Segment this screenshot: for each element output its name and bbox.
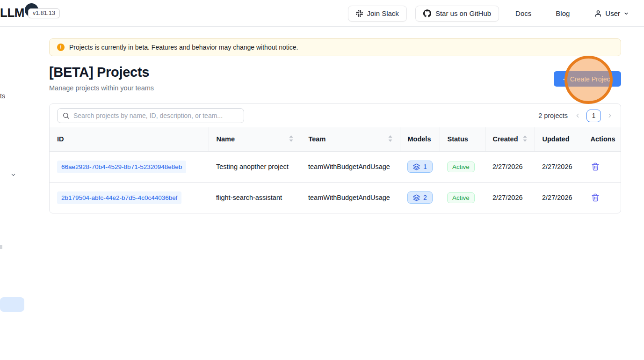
cell-created: 2/27/2026 (485, 151, 535, 182)
search-input[interactable] (57, 108, 244, 123)
version-badge: v1.81.13 (28, 8, 60, 18)
cell-team: teamWithBudgetAndUsage (301, 151, 400, 182)
user-label: User (605, 9, 620, 17)
sort-icon (523, 135, 527, 143)
create-project-label: Create Project (570, 75, 612, 83)
cell-team: teamWithBudgetAndUsage (301, 182, 400, 213)
sidebar-item-fragment[interactable]: ts (0, 92, 5, 100)
column-header-id: ID (50, 127, 209, 151)
models-badge[interactable]: 2 (407, 191, 433, 204)
cell-actions (583, 182, 621, 213)
models-badge[interactable]: 1 (407, 161, 433, 173)
cell-id: 2b179504-abfc-44e2-b7d5-4c0c44036bef (50, 182, 209, 213)
top-nav-links: Join Slack Star us on GitHub Docs Blog U… (348, 0, 630, 27)
cell-updated: 2/27/2026 (535, 151, 583, 182)
models-count: 2 (423, 194, 427, 201)
cell-name: Testing anopther project (209, 151, 301, 182)
cell-models: 1 (400, 151, 440, 182)
delete-project-button[interactable] (590, 192, 601, 203)
column-header-team[interactable]: Team (301, 127, 400, 151)
column-header-created[interactable]: Created (485, 127, 535, 151)
page-subtitle: Manage projects within your teams (49, 84, 154, 92)
project-id-link[interactable]: 2b179504-abfc-44e2-b7d5-4c0c44036bef (57, 191, 181, 204)
models-count: 1 (423, 163, 427, 170)
docs-link[interactable]: Docs (515, 9, 531, 17)
join-slack-label: Join Slack (367, 9, 399, 17)
projects-count: 2 projects (538, 112, 568, 119)
sidebar-chevron-down-icon[interactable] (10, 171, 16, 180)
beta-banner-text: Projects is currently in beta. Features … (69, 44, 298, 51)
cell-status: Active (440, 182, 485, 213)
delete-project-button[interactable] (590, 162, 601, 172)
column-header-actions: Actions (583, 127, 621, 151)
current-page[interactable]: 1 (586, 110, 601, 122)
pagination: 2 projects 1 (538, 110, 613, 122)
cell-updated: 2/27/2026 (535, 182, 583, 213)
sidebar-item-active[interactable] (0, 297, 24, 312)
sidebar-icon-fragment (0, 245, 2, 249)
slack-icon (356, 10, 363, 17)
github-icon (423, 9, 431, 17)
cell-actions (583, 151, 621, 182)
column-header-models: Models (400, 127, 440, 151)
sort-icon (388, 135, 392, 143)
search-box (57, 108, 244, 123)
projects-card: 2 projects 1 (49, 103, 621, 213)
user-icon (594, 10, 602, 17)
plus-icon: + (563, 75, 567, 83)
prev-page-button[interactable] (574, 112, 581, 119)
trash-icon (591, 193, 600, 202)
next-page-button[interactable] (607, 112, 613, 119)
project-id-link[interactable]: 66ae2928-70b4-4529-8b71-52320948e8eb (57, 161, 186, 173)
column-header-status: Status (440, 127, 485, 151)
cell-name: flight-search-assistant (209, 182, 301, 213)
table-row: 2b179504-abfc-44e2-b7d5-4c0c44036bef fli… (50, 182, 621, 213)
status-badge: Active (447, 162, 475, 172)
layers-icon (413, 163, 420, 170)
beta-banner: ! Projects is currently in beta. Feature… (49, 38, 621, 56)
chevron-down-icon (623, 11, 629, 16)
projects-table: ID Name Team Models (50, 127, 621, 213)
column-header-name[interactable]: Name (209, 127, 301, 151)
cell-models: 2 (400, 182, 440, 213)
user-menu[interactable]: User (594, 9, 629, 17)
warning-icon: ! (57, 44, 65, 51)
table-header-row: ID Name Team Models (50, 127, 621, 151)
join-slack-button[interactable]: Join Slack (348, 6, 407, 22)
sort-icon (289, 135, 293, 143)
column-header-updated: Updated (535, 127, 583, 151)
page-title: [BETA] Projects (49, 65, 149, 80)
cell-created: 2/27/2026 (485, 182, 535, 213)
layers-icon (413, 194, 420, 201)
app-logo: LLM (0, 6, 24, 20)
status-badge: Active (447, 192, 475, 203)
github-star-button[interactable]: Star us on GitHub (415, 6, 499, 22)
cell-status: Active (440, 151, 485, 182)
table-row: 66ae2928-70b4-4529-8b71-52320948e8eb Tes… (50, 151, 621, 182)
trash-icon (591, 162, 600, 171)
blog-link[interactable]: Blog (556, 9, 570, 17)
app-root: LLM v1.81.13 Join Slack Star us on GitHu… (0, 0, 644, 360)
github-star-label: Star us on GitHub (435, 9, 491, 17)
top-navbar: LLM v1.81.13 Join Slack Star us on GitHu… (0, 0, 644, 27)
create-project-button[interactable]: + Create Project (554, 71, 621, 87)
cell-id: 66ae2928-70b4-4529-8b71-52320948e8eb (50, 151, 209, 182)
projects-toolbar: 2 projects 1 (50, 104, 621, 127)
